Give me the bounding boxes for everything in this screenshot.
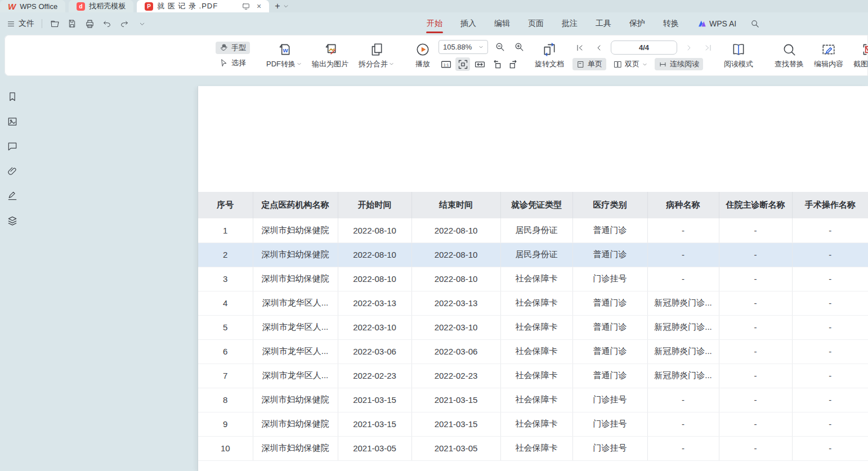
first-page-icon[interactable]	[572, 41, 587, 55]
tab-docer-templates[interactable]: d 找稻壳模板	[69, 0, 133, 12]
play-icon	[415, 42, 430, 57]
table-cell: 2021-03-05	[338, 436, 411, 460]
table-cell: 2022-03-06	[411, 339, 500, 364]
attachment-icon[interactable]	[6, 164, 19, 178]
table-cell: 深圳市妇幼保健院	[253, 388, 338, 412]
undo-icon[interactable]	[102, 19, 112, 29]
rotate-document-label: 旋转文档	[535, 59, 564, 69]
find-replace-label: 查找替换	[775, 59, 804, 69]
table-cell: 社会保障卡	[500, 364, 572, 388]
rotate-right-icon[interactable]	[506, 57, 521, 71]
bookmark-icon[interactable]	[6, 90, 19, 104]
table-cell: 普通门诊	[572, 291, 647, 315]
redo-icon[interactable]	[119, 19, 129, 29]
menu-tab-编辑[interactable]: 编辑	[494, 16, 511, 31]
table-cell: 4	[198, 291, 253, 315]
pdf-convert-button[interactable]: W PDF转换	[261, 42, 307, 69]
next-page-icon[interactable]	[682, 41, 696, 55]
save-icon[interactable]	[67, 19, 77, 29]
export-image-button[interactable]: 输出为图片	[307, 42, 354, 69]
table-cell: -	[719, 315, 792, 339]
select-tool-button[interactable]: 选择	[216, 57, 250, 69]
chevron-down-icon[interactable]	[137, 19, 147, 29]
zoom-in-icon[interactable]	[512, 41, 526, 54]
wps-ai-button[interactable]: WPS AI	[697, 19, 736, 28]
menu-tab-插入[interactable]: 插入	[460, 16, 477, 31]
print-icon[interactable]	[84, 19, 95, 29]
table-cell: 6	[198, 339, 253, 364]
thumbnail-image-icon[interactable]	[6, 115, 19, 128]
find-replace-button[interactable]: 查找替换	[769, 42, 809, 69]
chevron-down-icon	[389, 61, 394, 66]
menu-tab-工具[interactable]: 工具	[595, 16, 612, 31]
table-cell: -	[647, 436, 719, 460]
table-cell: 门诊挂号	[572, 267, 647, 291]
search-icon[interactable]	[750, 19, 760, 29]
table-cell: 深圳市龙华区人...	[253, 339, 338, 364]
menu-tab-保护[interactable]: 保护	[629, 16, 646, 31]
tab-pdf-document[interactable]: P 就 医 记 录 .PDF ×	[137, 0, 269, 12]
table-cell: 10	[198, 436, 253, 460]
monitor-icon[interactable]	[241, 1, 251, 11]
close-tab-icon[interactable]: ×	[257, 2, 261, 11]
new-tab-button[interactable]: +	[272, 0, 291, 12]
actual-size-icon[interactable]: 1:1	[439, 57, 453, 71]
hand-tool-button[interactable]: 手型	[216, 42, 250, 54]
screenshot-compare-button[interactable]: 截图对比	[848, 42, 868, 69]
double-page-button[interactable]: 双页	[610, 58, 651, 70]
fit-width-icon[interactable]	[472, 57, 487, 71]
last-page-icon[interactable]	[701, 41, 715, 55]
svg-text:1:1: 1:1	[443, 62, 449, 66]
table-cell: -	[719, 436, 792, 460]
table-row: 8深圳市妇幼保健院2021-03-152021-03-15社会保障卡门诊挂号--…	[198, 388, 868, 412]
table-cell: 门诊挂号	[572, 388, 647, 412]
hand-tool-label: 手型	[231, 43, 246, 53]
signature-pen-icon[interactable]	[6, 189, 19, 203]
pdf-page: 序号定点医药机构名称开始时间结束时间就诊凭证类型医疗类别病种名称住院主诊断名称手…	[198, 86, 868, 471]
tab-wps-office[interactable]: W WPS Office	[0, 0, 65, 12]
table-cell: 2021-03-15	[338, 388, 411, 412]
column-header: 结束时间	[411, 192, 500, 218]
comment-icon[interactable]	[6, 140, 19, 153]
rotate-left-icon[interactable]	[489, 57, 504, 71]
menu-tab-页面[interactable]: 页面	[527, 16, 544, 31]
table-cell: 2022-08-10	[411, 218, 500, 243]
single-page-button[interactable]: 单页	[572, 58, 606, 70]
edit-content-button[interactable]: 编辑内容	[809, 42, 848, 69]
table-row: 2深圳市妇幼保健院2022-08-102022-08-10居民身份证普通门诊--…	[198, 243, 868, 267]
table-cell: 社会保障卡	[500, 291, 572, 315]
menu-tab-转换[interactable]: 转换	[663, 16, 679, 31]
split-merge-button[interactable]: 拆分合并	[354, 42, 399, 69]
page-number-input[interactable]: 4/4	[611, 41, 677, 55]
file-menu-button[interactable]: 文件	[7, 19, 34, 29]
table-cell: 普通门诊	[572, 315, 647, 339]
play-button[interactable]: 播放	[410, 42, 435, 69]
document-area: 序号定点医药机构名称开始时间结束时间就诊凭证类型医疗类别病种名称住院主诊断名称手…	[25, 76, 868, 471]
menu-tab-开始[interactable]: 开始	[426, 16, 443, 31]
zoom-level-select[interactable]: 105.88%	[439, 40, 488, 54]
read-mode-button[interactable]: 阅读模式	[719, 42, 758, 69]
table-row: 1深圳市妇幼保健院2022-08-102022-08-10居民身份证普通门诊--…	[198, 218, 868, 243]
continuous-read-button[interactable]: 连续阅读	[655, 58, 703, 70]
table-cell: 普通门诊	[572, 218, 647, 243]
split-merge-icon	[369, 42, 384, 57]
rotate-document-button[interactable]: 旋转文档	[530, 42, 569, 69]
table-cell: -	[719, 412, 792, 436]
wps-logo-icon: W	[8, 2, 16, 11]
menu-tab-批注[interactable]: 批注	[561, 16, 578, 31]
table-cell: 2022-03-10	[411, 315, 500, 339]
open-folder-icon[interactable]	[50, 19, 60, 29]
previous-page-icon[interactable]	[592, 41, 606, 55]
continuous-read-icon	[659, 60, 667, 69]
chevron-down-icon[interactable]	[283, 3, 289, 9]
zoom-out-icon[interactable]	[493, 41, 507, 54]
fit-page-icon[interactable]	[455, 57, 470, 71]
layers-icon[interactable]	[6, 214, 19, 227]
table-row: 9深圳市妇幼保健院2021-03-152021-03-15社会保障卡门诊挂号--…	[198, 412, 868, 436]
column-header: 开始时间	[338, 192, 411, 218]
export-image-label: 输出为图片	[312, 59, 348, 69]
single-page-label: 单页	[588, 59, 602, 69]
table-cell: -	[719, 267, 792, 291]
tab-label: 找稻壳模板	[89, 1, 126, 11]
table-cell: 7	[198, 364, 253, 388]
